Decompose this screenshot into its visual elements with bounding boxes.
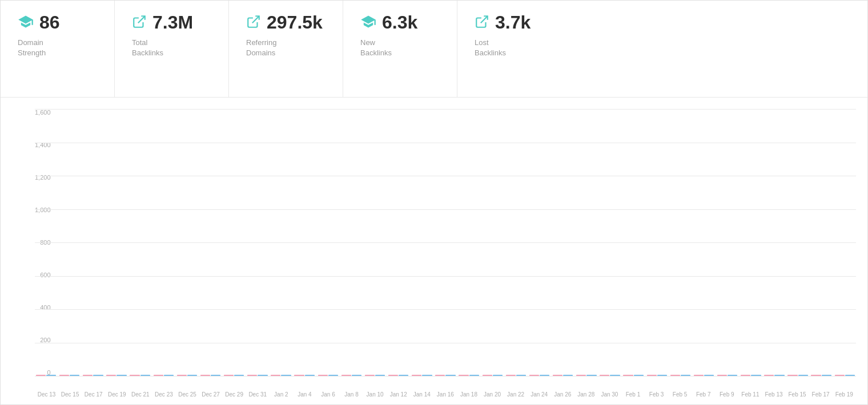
stat-item-new-backlinks: 6.3k NewBacklinks: [343, 1, 457, 97]
bar-pink: [576, 375, 586, 376]
bar-group: [246, 375, 268, 376]
bar-blue: [234, 375, 244, 376]
bar-blue: [822, 375, 831, 376]
x-label: Dec 17: [82, 391, 105, 398]
x-label: Feb 3: [645, 391, 668, 398]
bar-pink: [294, 375, 304, 376]
x-label: Feb 13: [762, 391, 785, 398]
stat-top-lost-backlinks: 3.7k: [475, 12, 531, 33]
bar-group: [199, 375, 222, 376]
referring-domains-icon: [246, 14, 261, 31]
bar-pink: [835, 375, 845, 376]
x-label: Dec 23: [152, 391, 175, 398]
bar-group: [528, 375, 550, 376]
bar-pink: [36, 375, 46, 376]
x-label: Jan 24: [528, 391, 551, 398]
bar-pink: [247, 375, 257, 376]
bar-group: [176, 375, 198, 376]
stat-item-referring-domains: 297.5k ReferringDomains: [229, 1, 343, 97]
bar-pink: [177, 375, 187, 376]
bar-pink: [741, 375, 750, 376]
bar-group: [364, 375, 386, 376]
x-label: Feb 17: [809, 391, 833, 398]
bar-pink: [647, 375, 657, 376]
bar-blue: [704, 375, 714, 376]
x-label: Dec 29: [223, 391, 246, 398]
bars-container: [35, 109, 856, 376]
bar-blue: [328, 375, 338, 376]
bar-blue: [116, 375, 126, 376]
bar-group: [834, 375, 856, 376]
bar-blue: [493, 375, 503, 376]
stat-top-referring-domains: 297.5k: [246, 12, 323, 33]
bar-blue: [46, 375, 56, 376]
bar-group: [481, 375, 504, 376]
total-backlinks-label: TotalBacklinks: [132, 38, 163, 58]
x-label: Jan 14: [410, 391, 433, 398]
bar-group: [622, 375, 645, 376]
bar-group: [317, 375, 339, 376]
x-label: Jan 22: [504, 391, 528, 398]
chart-area: 1,6001,4001,2001,0008006004002000 Dec 13…: [1, 98, 867, 404]
bar-pink: [529, 375, 539, 376]
bar-blue: [469, 375, 479, 376]
x-label: Dec 25: [175, 391, 199, 398]
total-backlinks-icon: [132, 14, 147, 31]
bar-group: [294, 375, 316, 376]
bar-blue: [586, 375, 596, 376]
bar-blue: [516, 375, 526, 376]
x-label: Jan 16: [433, 391, 457, 398]
bar-group: [129, 375, 151, 376]
bar-pink: [412, 375, 421, 376]
stats-row: 86 DomainStrength 7.3M TotalBacklinks 29…: [1, 1, 867, 98]
bar-group: [411, 375, 433, 376]
bar-group: [152, 375, 175, 376]
referring-domains-label: ReferringDomains: [246, 38, 276, 58]
bar-group: [552, 375, 574, 376]
lost-backlinks-label: LostBacklinks: [475, 38, 506, 58]
x-label: Feb 11: [738, 391, 762, 398]
new-backlinks-value: 6.3k: [382, 12, 417, 33]
x-label: Feb 7: [692, 391, 715, 398]
x-label: Feb 9: [715, 391, 738, 398]
bar-pink: [811, 375, 821, 376]
bar-group: [575, 375, 597, 376]
bar-pink: [200, 375, 210, 376]
x-label: Feb 19: [833, 391, 856, 398]
bar-blue: [681, 375, 690, 376]
bar-group: [646, 375, 668, 376]
stat-item-total-backlinks: 7.3M TotalBacklinks: [115, 1, 229, 97]
bar-pink: [130, 375, 139, 376]
bar-pink: [694, 375, 704, 376]
bar-blue: [445, 375, 455, 376]
bar-blue: [774, 375, 784, 376]
x-label: Dec 21: [128, 391, 152, 398]
domain-strength-value: 86: [39, 12, 60, 33]
bar-pink: [59, 375, 69, 376]
bar-blue: [305, 375, 315, 376]
bar-blue: [258, 375, 267, 376]
x-label: Feb 15: [786, 391, 809, 398]
bar-pink: [365, 375, 375, 376]
bar-group: [787, 375, 809, 376]
bar-group: [458, 375, 480, 376]
bar-group: [434, 375, 456, 376]
bar-pink: [341, 375, 351, 376]
bar-group: [58, 375, 81, 376]
domain-strength-label: DomainStrength: [18, 38, 46, 58]
x-label: Dec 19: [105, 391, 128, 398]
bar-group: [810, 375, 833, 376]
bar-pink: [435, 375, 445, 376]
bar-blue: [728, 375, 737, 376]
x-label: Jan 6: [316, 391, 340, 398]
bar-pink: [106, 375, 116, 376]
bar-group: [693, 375, 715, 376]
x-label: Jan 18: [457, 391, 480, 398]
bar-pink: [318, 375, 328, 376]
bar-pink: [787, 375, 797, 376]
bar-group: [223, 375, 245, 376]
x-label: Jan 30: [598, 391, 621, 398]
x-label: Jan 26: [551, 391, 574, 398]
bar-pink: [553, 375, 562, 376]
bar-blue: [563, 375, 573, 376]
